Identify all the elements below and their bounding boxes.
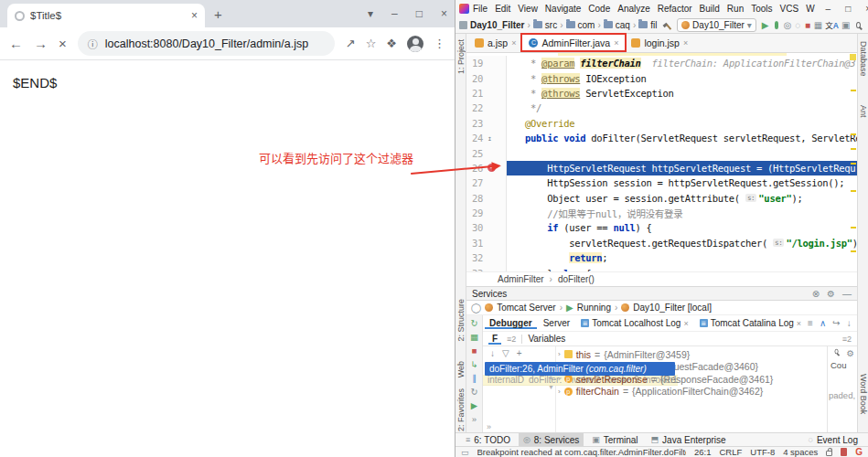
extensions-icon[interactable]: ❖	[386, 37, 397, 50]
path-item[interactable]: caq	[604, 20, 630, 30]
update-application-icon[interactable]: ▦	[470, 332, 478, 342]
toolwindow-button-6-todo[interactable]: ≡6: TODO	[461, 433, 515, 446]
line-number[interactable]: 19	[472, 58, 486, 69]
more-icon[interactable]: »	[472, 414, 477, 424]
close-tab-icon[interactable]: ×	[797, 319, 801, 328]
stop-reload-icon[interactable]: ×	[59, 36, 67, 51]
url-text[interactable]: localhost:8080/Day10_Filter/admin/a.jsp	[105, 37, 308, 50]
reload-classes-icon[interactable]: ↻	[471, 387, 478, 397]
site-info-icon[interactable]: ⓘ	[88, 37, 98, 51]
services-tab-server[interactable]: Server	[539, 317, 574, 329]
grammar-plugin-icon[interactable]: G	[855, 447, 863, 457]
line-number[interactable]: 33	[472, 268, 486, 271]
close-icon[interactable]: ×	[441, 7, 447, 20]
menu-build[interactable]: Build	[700, 4, 720, 14]
toolwindow-button-8-services[interactable]: ◎8: Services	[519, 433, 584, 446]
frames-more-icon[interactable]: »	[487, 422, 491, 431]
profile-avatar[interactable]	[407, 36, 423, 52]
step-into-icon[interactable]: ↓	[847, 318, 852, 328]
line-number[interactable]: 23	[472, 118, 486, 129]
expander-icon[interactable]: ›	[558, 375, 561, 383]
plugin-icon[interactable]	[841, 448, 847, 456]
ide-maximize-icon[interactable]: □	[845, 4, 851, 14]
run-config-selector[interactable]: Day10_Filter ▾	[677, 18, 756, 32]
show-execution-point-icon[interactable]: ∧	[820, 318, 826, 328]
window-icon[interactable]: ▭	[461, 448, 469, 457]
line-number[interactable]: 32	[472, 252, 486, 263]
resume-icon[interactable]: ↳	[471, 359, 478, 369]
gear-icon[interactable]: ⚙	[846, 348, 854, 358]
services-tab-debugger[interactable]: Debugger	[485, 317, 537, 329]
address-bar[interactable]: ⓘ localhost:8080/Day10_Filter/admin/a.js…	[78, 31, 335, 56]
menu-refactor[interactable]: Refactor	[658, 4, 692, 14]
translate-icon[interactable]: 文A	[825, 19, 839, 30]
menu-analyze[interactable]: Analyze	[617, 4, 650, 14]
menu-tools[interactable]: Tools	[751, 4, 772, 14]
sidebar-item-favorites[interactable]: 2: Favorites	[455, 388, 466, 431]
line-number[interactable]: 27	[472, 177, 486, 188]
hide-panel-icon[interactable]: —	[842, 289, 852, 299]
services-tab-tomcat-localhost-log[interactable]: ≣Tomcat Localhost Log×	[576, 317, 693, 329]
run-item[interactable]: Tomcat Server	[497, 303, 555, 313]
variable-row[interactable]: ›pfilterChain = {ApplicationFilterChain@…	[558, 386, 826, 399]
path-item[interactable]: fil	[638, 20, 657, 30]
expander-icon[interactable]: ›	[558, 388, 561, 396]
sidebar-item-ant[interactable]: Ant	[858, 105, 868, 118]
git-icon[interactable]: ▦	[814, 20, 822, 30]
menu-view[interactable]: View	[518, 4, 538, 14]
editor-tab-a-jsp[interactable]: a.jsp×	[468, 34, 522, 52]
build-hammer-icon[interactable]	[663, 22, 668, 27]
menu-code[interactable]: Code	[588, 4, 610, 14]
line-number[interactable]: 21	[472, 88, 486, 99]
mute-breakpoints-icon[interactable]: ▶	[471, 400, 477, 410]
path-item[interactable]: Day10_Filter	[459, 20, 524, 30]
crumb-item[interactable]: doFilter()	[558, 274, 595, 284]
close-tab-icon[interactable]: ×	[683, 38, 688, 48]
ide-minimize-icon[interactable]: –	[826, 4, 831, 14]
run-button[interactable]: ▶	[762, 20, 769, 30]
layout-icon[interactable]: ≡	[808, 318, 813, 328]
rerun-server-icon[interactable]: ↻	[471, 318, 478, 328]
back-icon[interactable]: ←	[9, 36, 23, 51]
crumb-item[interactable]: AdminFilter	[498, 274, 544, 284]
frame-item[interactable]: doFilter:	[524, 375, 562, 386]
override-icon[interactable]: ↥	[488, 134, 492, 143]
frames-tab[interactable]: F	[488, 333, 501, 345]
maximize-icon[interactable]: □	[416, 7, 423, 20]
add-watch-icon[interactable]: +	[517, 348, 522, 358]
forward-icon[interactable]: →	[34, 36, 48, 51]
event-log-button[interactable]: ◌Event Log	[804, 433, 863, 446]
console-tab[interactable]: Cou	[828, 360, 857, 370]
search-icon[interactable]	[835, 349, 839, 355]
bookmark-star-icon[interactable]: ☆	[366, 37, 377, 50]
line-number[interactable]: 30	[472, 222, 486, 233]
filter-icon[interactable]: ▽	[502, 348, 509, 358]
sidebar-item-project[interactable]: 1: Project	[455, 39, 466, 74]
close-tab-icon[interactable]: ×	[511, 38, 516, 48]
variables-tab[interactable]: Variables	[528, 334, 565, 344]
debug-button[interactable]	[775, 21, 778, 29]
menu-file[interactable]: File	[473, 4, 488, 14]
tab-search-icon[interactable]: ▾	[368, 7, 373, 20]
menu-w[interactable]: W	[806, 4, 814, 14]
line-number[interactable]: 29	[472, 207, 486, 218]
toolwindow-button-java-enterprise[interactable]: ⬒Java Enterprise	[647, 433, 731, 446]
menu-vcs[interactable]: VCS	[780, 4, 799, 14]
stop-icon[interactable]: ■	[472, 345, 477, 356]
share-icon[interactable]: ↗	[346, 37, 356, 50]
line-number[interactable]: 25	[472, 148, 486, 159]
profiler-icon[interactable]: ◎	[784, 20, 792, 30]
path-item[interactable]: com	[566, 20, 595, 30]
line-number[interactable]: 31	[472, 238, 486, 249]
gear-icon[interactable]: ⚙	[827, 289, 835, 299]
variable-row[interactable]: ›this = {AdminFilter@3459}	[558, 348, 826, 361]
lock-icon[interactable]	[826, 451, 832, 456]
menu-run[interactable]: Run	[727, 4, 744, 14]
line-number[interactable]: 22	[472, 102, 486, 113]
selected-frame-tooltip[interactable]: doFilter:26, AdminFilter (com.caq.filter…	[485, 362, 675, 376]
editor-tab-adminfilter-java[interactable]: CAdminFilter.java×	[522, 34, 625, 52]
sidebar-item-wordbook[interactable]: Word Book	[858, 374, 868, 414]
pause-icon[interactable]: ∥	[472, 373, 477, 383]
encoding[interactable]: UTF-8	[750, 447, 775, 457]
stop-button[interactable]: ■	[804, 20, 811, 30]
